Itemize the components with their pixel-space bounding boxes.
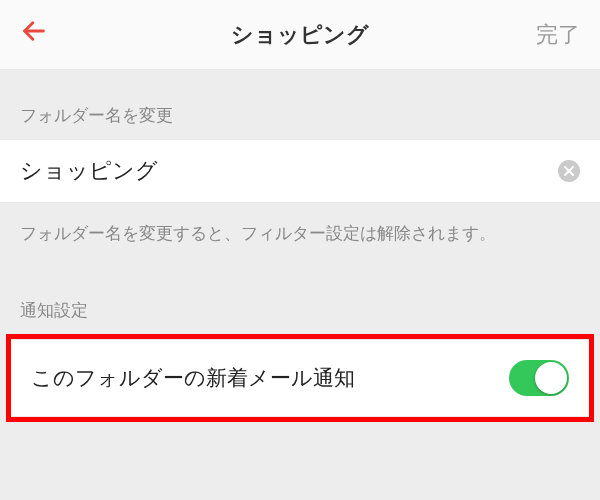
header-bar: ショッピング 完了 [0,0,600,70]
back-arrow-icon[interactable] [20,17,80,52]
highlight-annotation: このフォルダーの新着メール通知 [6,334,594,422]
notification-section-label: 通知設定 [0,265,600,334]
notification-toggle-label: このフォルダーの新着メール通知 [31,364,355,392]
notification-toggle-row: このフォルダーの新着メール通知 [11,339,589,417]
clear-input-icon[interactable] [558,160,580,182]
notification-toggle[interactable] [509,360,569,396]
folder-name-input[interactable] [20,158,558,184]
folder-name-row [0,139,600,203]
folder-helper-text: フォルダー名を変更すると、フィルター設定は解除されます。 [0,203,600,265]
done-button[interactable]: 完了 [520,20,580,50]
folder-section-label: フォルダー名を変更 [0,70,600,139]
page-title: ショッピング [80,20,520,50]
toggle-knob-icon [535,362,567,394]
